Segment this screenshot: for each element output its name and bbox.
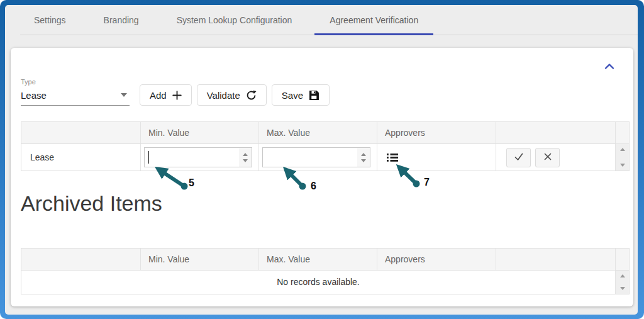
header-cell-min-value: Min. Value — [140, 249, 258, 270]
max-value-stepper — [357, 148, 370, 167]
header-cell-scrollbar — [615, 249, 629, 270]
floppy-disk-icon — [309, 90, 319, 101]
min-value-input[interactable] — [144, 147, 252, 167]
tab-system-lookup-configuration[interactable]: System Lookup Configuration — [162, 5, 308, 35]
cancel-row-button[interactable] — [535, 148, 560, 167]
window-frame: Settings Branding System Lookup Configur… — [0, 0, 644, 319]
validate-button-label: Validate — [207, 90, 240, 101]
table-scrollbar — [615, 271, 629, 294]
tab-branding[interactable]: Branding — [89, 5, 154, 35]
tab-agreement-verification[interactable]: Agreement Verification — [314, 5, 433, 35]
max-value-input[interactable] — [262, 147, 370, 167]
scroll-up-icon[interactable] — [620, 148, 625, 151]
approvers-button[interactable] — [386, 152, 399, 163]
header-cell-approvers: Approvers — [377, 122, 496, 143]
archived-items-table: Min. Value Max. Value Approvers No recor… — [21, 248, 630, 294]
row-actions-cell — [496, 144, 615, 171]
text-cursor — [148, 151, 149, 164]
header-cell-min-value: Min. Value — [140, 122, 258, 143]
save-button-label: Save — [282, 90, 303, 101]
tab-bar: Settings Branding System Lookup Configur… — [5, 5, 638, 35]
empty-state-row: No records available. — [21, 271, 629, 294]
type-select-label: Type — [21, 78, 130, 86]
table-scrollbar — [615, 144, 629, 171]
header-cell-type — [21, 122, 140, 143]
archived-items-title: Archived Items — [21, 191, 162, 216]
list-icon — [386, 155, 399, 165]
header-cell-max-value: Max. Value — [258, 249, 377, 270]
header-cell-actions — [496, 249, 615, 270]
row-min-value-cell — [140, 144, 258, 171]
check-icon — [513, 151, 525, 164]
header-cell-type — [21, 249, 140, 270]
row-type-cell: Lease — [21, 144, 140, 171]
chevron-up-icon — [604, 62, 614, 72]
plus-icon — [172, 91, 182, 100]
header-cell-scrollbar — [615, 122, 629, 143]
stepper-down-icon[interactable] — [243, 159, 248, 162]
scroll-down-icon[interactable] — [620, 164, 625, 167]
row-max-value-cell — [258, 144, 377, 171]
stepper-up-icon[interactable] — [361, 153, 366, 156]
row-approvers-cell — [377, 144, 496, 171]
no-records-message: No records available. — [21, 271, 615, 294]
tab-settings[interactable]: Settings — [19, 5, 81, 35]
agreements-table-header-row: Min. Value Max. Value Approvers — [21, 122, 629, 144]
confirm-row-button[interactable] — [506, 148, 531, 167]
type-select-value: Lease — [21, 90, 47, 101]
collapse-panel-button[interactable] — [604, 63, 614, 70]
refresh-icon — [246, 90, 257, 101]
header-cell-approvers: Approvers — [377, 249, 496, 270]
caret-down-icon — [121, 93, 127, 97]
scroll-down-icon[interactable] — [620, 287, 625, 290]
archived-table-header-row: Min. Value Max. Value Approvers — [21, 249, 629, 271]
header-cell-max-value: Max. Value — [258, 122, 377, 143]
min-value-stepper — [239, 148, 252, 167]
table-row: Lease — [21, 144, 629, 171]
window-content: Settings Branding System Lookup Configur… — [5, 5, 638, 315]
close-icon — [542, 151, 553, 164]
type-select[interactable]: Type Lease — [21, 78, 130, 106]
add-button[interactable]: Add — [140, 84, 192, 106]
agreements-table: Min. Value Max. Value Approvers Lease — [21, 121, 630, 171]
toolbar: Type Lease Add Validate — [21, 78, 330, 106]
validate-button[interactable]: Validate — [197, 84, 267, 106]
stepper-down-icon[interactable] — [361, 159, 366, 162]
header-cell-actions — [496, 122, 615, 143]
save-button[interactable]: Save — [272, 84, 330, 106]
scroll-up-icon[interactable] — [620, 274, 625, 277]
agreement-verification-panel: Type Lease Add Validate — [11, 48, 633, 306]
add-button-label: Add — [150, 90, 167, 101]
stepper-up-icon[interactable] — [243, 153, 248, 156]
settings-window: Settings Branding System Lookup Configur… — [0, 0, 644, 319]
